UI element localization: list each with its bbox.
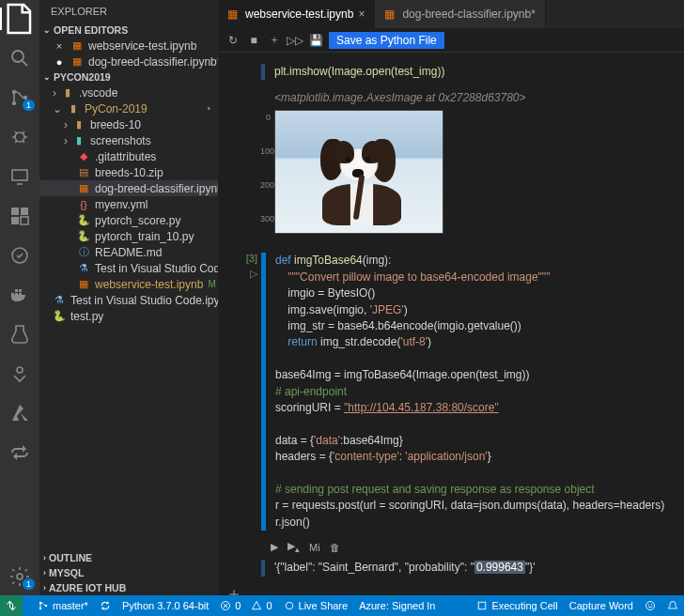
sync-icon[interactable] [8, 441, 31, 464]
branch-indicator[interactable]: master* [38, 600, 88, 611]
svg-rect-5 [12, 170, 27, 180]
notebook-icon: ▦ [70, 39, 84, 53]
status-m: M [208, 279, 215, 289]
tab-webservice[interactable]: ▦webservice-test.ipynb× [218, 0, 375, 28]
scm-icon[interactable] [8, 86, 31, 109]
azure-icon[interactable] [8, 402, 31, 424]
liveshare-indicator[interactable]: Live Share [284, 600, 349, 611]
svg-rect-9 [21, 217, 28, 224]
ai-icon[interactable] [8, 362, 31, 385]
problems-indicator[interactable]: 0 0 [220, 600, 272, 611]
cell-output-toolbar: ▶▶▴Mi🗑 [218, 536, 684, 556]
file-testvs[interactable]: ⚗Test in Visual Studio Code.ipynb [39, 260, 218, 276]
test-icon[interactable] [8, 323, 31, 346]
svg-point-0 [12, 51, 23, 62]
file-zip[interactable]: ▤breeds-10.zip [39, 164, 218, 180]
open-editor-item[interactable]: ×▦webservice-test.ipynb [39, 38, 218, 54]
remote-icon[interactable] [8, 165, 31, 188]
file-dogclassifier[interactable]: ▦dog-breed-classifier.ipynb [39, 180, 218, 196]
python-icon: 🐍 [77, 230, 90, 243]
section-workspace[interactable]: ⌄PYCON2019 [39, 69, 218, 85]
notebook-icon: ▦ [384, 8, 397, 21]
close-icon[interactable]: × [358, 8, 365, 21]
folder-icon: ▮ [72, 134, 86, 147]
notebook-icon: ▦ [77, 278, 90, 291]
folder-icon: ▮ [67, 102, 80, 116]
liveshare-icon[interactable] [8, 244, 31, 267]
notifications-icon[interactable] [667, 600, 678, 611]
folder-screenshots[interactable]: ▮screenshots [39, 132, 218, 148]
code-content: plt.imshow(Image.open(test_img)) [274, 64, 444, 80]
svg-point-21 [651, 604, 652, 605]
run-all-icon[interactable]: ▷▷ [288, 33, 303, 48]
status-dot: • [207, 103, 210, 114]
chevron-right-icon [64, 134, 68, 147]
docker-icon[interactable] [8, 284, 31, 306]
section-mysql[interactable]: ›MYSQL [39, 565, 218, 580]
svg-point-11 [17, 367, 23, 373]
folder-vscode[interactable]: ▮.vscode [39, 85, 218, 100]
python-env[interactable]: Python 3.7.0 64-bit [122, 600, 209, 611]
file-pytrain[interactable]: 🐍pytorch_train_10.py [39, 228, 218, 244]
section-outline[interactable]: ›OUTLINE [39, 550, 218, 565]
zip-icon: ▤ [77, 166, 90, 179]
tab-dogclassifier[interactable]: ▦dog-breed-classifier.ipynb* [375, 0, 545, 28]
azure-indicator[interactable]: Azure: Signed In [359, 600, 435, 611]
run-icon[interactable]: ▶ [271, 541, 278, 553]
file-testvs2[interactable]: ⚗Test in Visual Studio Code.ipynb [39, 292, 218, 308]
capture-indicator[interactable]: Capture Word [569, 600, 633, 611]
section-azure[interactable]: ›AZURE IOT HUB [39, 580, 218, 595]
close-icon[interactable]: × [53, 39, 66, 53]
folder-icon: ▮ [61, 86, 74, 100]
notebook-icon: ▦ [227, 8, 241, 21]
notebook-body[interactable]: plt.imshow(Image.open(test_img)) <matplo… [218, 53, 684, 595]
file-myenv[interactable]: {}myenv.yml [39, 196, 218, 212]
code-cell[interactable]: plt.imshow(Image.open(test_img)) [218, 64, 684, 80]
sync-indicator[interactable] [100, 600, 111, 611]
add-cell-icon[interactable]: ＋ [267, 33, 282, 48]
debug-icon[interactable] [8, 126, 31, 148]
run-above-icon[interactable]: ▶▴ [288, 540, 300, 554]
chevron-right-icon [64, 118, 68, 131]
file-testpy[interactable]: 🐍test.py [39, 308, 218, 324]
files-icon[interactable] [0, 8, 39, 30]
settings-icon[interactable] [8, 565, 31, 588]
section-open-editors[interactable]: ⌄OPEN EDITORS [39, 23, 218, 38]
editor-tabs: ▦webservice-test.ipynb× ▦dog-breed-class… [218, 0, 684, 28]
stop-icon[interactable]: ■ [246, 33, 261, 48]
open-editor-item[interactable]: ●▦dog-breed-classifier.ipynb* [39, 54, 218, 69]
plot-output: 0 100 200 300 [274, 110, 443, 234]
save-icon[interactable]: 💾 [308, 33, 323, 48]
extensions-icon[interactable] [8, 205, 31, 227]
svg-rect-7 [21, 208, 28, 215]
python-icon: 🐍 [77, 214, 90, 227]
restart-icon[interactable]: ↻ [225, 33, 241, 48]
code-cell[interactable]: [3]▷ def imgToBase64(img): """Convert pi… [218, 253, 684, 531]
feedback-icon[interactable] [645, 600, 656, 611]
add-cell-button[interactable]: ＋ [218, 582, 684, 595]
search-icon[interactable] [8, 47, 31, 69]
file-gitattributes[interactable]: ◆.gitattributes [39, 148, 218, 164]
folder-pycon[interactable]: ▮PyCon-2019• [39, 100, 218, 116]
svg-point-3 [23, 96, 27, 100]
run-cell-icon[interactable]: ▷ [250, 268, 257, 280]
chevron-down-icon [53, 102, 62, 116]
file-icon: ◆ [77, 150, 90, 163]
file-pyscore[interactable]: 🐍pytorch_score.py [39, 212, 218, 228]
beaker-icon: ⚗ [53, 294, 66, 307]
markdown-icon: ⓘ [77, 246, 90, 259]
file-webservice[interactable]: ▦webservice-test.ipynbM [39, 276, 218, 292]
save-as-python-button[interactable]: Save as Python File [329, 32, 444, 49]
file-readme[interactable]: ⓘREADME.md [39, 244, 218, 260]
svg-point-17 [286, 602, 293, 609]
trash-icon[interactable]: 🗑 [330, 542, 340, 553]
yaml-icon: {} [77, 198, 90, 211]
folder-icon: ▮ [72, 118, 86, 131]
svg-point-2 [12, 101, 16, 105]
svg-rect-6 [11, 208, 19, 215]
folder-breeds[interactable]: ▮breeds-10 [39, 116, 218, 132]
executing-indicator[interactable]: Executing Cell [476, 600, 557, 611]
code-content[interactable]: def imgToBase64(img): """Convert pillow … [275, 253, 664, 531]
remote-indicator[interactable] [0, 595, 23, 616]
svg-rect-8 [11, 217, 19, 224]
